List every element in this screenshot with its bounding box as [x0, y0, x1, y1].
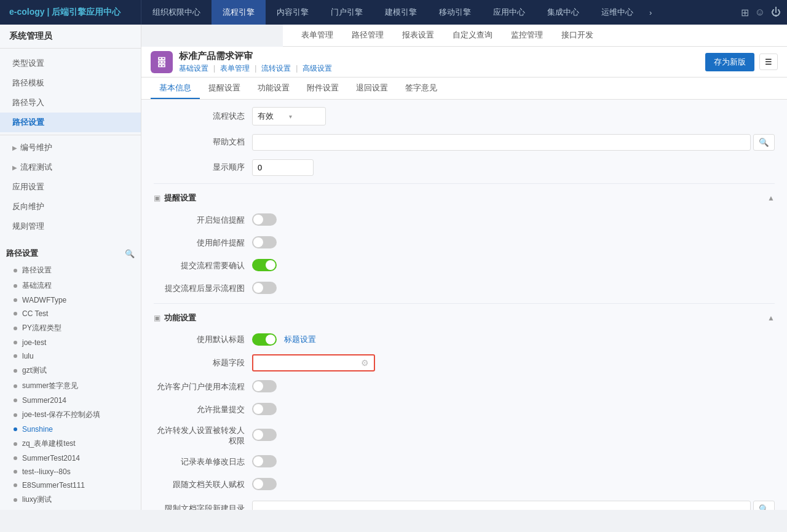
inner-tab-return[interactable]: 退回设置: [347, 77, 397, 99]
tree-node-summertest[interactable]: SummerTest2014: [0, 451, 141, 465]
sidebar-item-pathsetting[interactable]: 路径设置: [0, 113, 141, 132]
tree-node-liuxy[interactable]: liuxy测试: [0, 492, 141, 507]
breadcrumb-transfer[interactable]: 流转设置: [261, 63, 291, 74]
collapse-feature-icon[interactable]: ▲: [767, 314, 775, 322]
top-nav-more[interactable]: ›: [644, 0, 657, 25]
sidebar-item-template[interactable]: 路径模板: [0, 73, 141, 93]
sidebar: 系统管理员 类型设置 路径模板 路径导入 路径设置 ▶编号维护 ▶流程测试 应用…: [0, 25, 141, 510]
top-right-icons: ⊞ ☺ ⏻: [741, 7, 787, 18]
top-nav-flow[interactable]: 流程引擎: [212, 0, 266, 25]
top-nav-content[interactable]: 内容引擎: [266, 0, 320, 25]
inner-tab-basic[interactable]: 基本信息: [151, 77, 200, 99]
tree-node-root[interactable]: 路径设置: [0, 263, 141, 278]
toggle-log[interactable]: [252, 455, 277, 467]
tree-node-test-liuxy[interactable]: test--liuxy--80s: [0, 465, 141, 478]
breadcrumb-form[interactable]: 表单管理: [220, 63, 250, 74]
tree-node-summer-sign[interactable]: summer签字意见: [0, 378, 141, 394]
sidebar-item-import[interactable]: 路径导入: [0, 93, 141, 113]
form-row-email: 使用邮件提醒: [154, 235, 775, 252]
label-showflow: 提交流程后显示流程图: [154, 283, 252, 294]
label-log: 记录表单修改日志: [154, 456, 252, 467]
top-nav-integration[interactable]: 集成中心: [536, 0, 590, 25]
sidebar-item-reverse[interactable]: 反向维护: [0, 197, 141, 216]
collapse-reminder-icon[interactable]: ▲: [767, 194, 775, 202]
tree-node-joe-save[interactable]: joe-test-保存不控制必填: [0, 407, 141, 423]
tree-node-summer2014[interactable]: Summer2014: [0, 394, 141, 407]
toggle-confirm[interactable]: [252, 259, 277, 271]
toggle-transfer-perm[interactable]: [252, 429, 277, 441]
tree-node-joe[interactable]: joe-test: [0, 336, 141, 349]
tree-search-icon[interactable]: 🔍: [125, 249, 135, 258]
second-nav: 表单管理 路径管理 报表设置 自定义查询 监控管理 接口开发: [283, 25, 787, 47]
content-title: 标准产品需求评审: [179, 50, 705, 62]
top-nav-model[interactable]: 建模引擎: [374, 0, 428, 25]
select-status[interactable]: 有效 ▾: [252, 107, 326, 125]
second-nav-path[interactable]: 路径管理: [342, 25, 393, 46]
top-nav-appcenter[interactable]: 应用中心: [482, 0, 536, 25]
inner-tab-reminder[interactable]: 提醒设置: [200, 77, 249, 99]
tree-node-e8summer[interactable]: E8SummerTest111: [0, 478, 141, 492]
save-new-version-button[interactable]: 存为新版: [705, 53, 754, 71]
form-row-showflow: 提交流程后显示流程图: [154, 280, 775, 297]
section-header-reminder[interactable]: ▣ 提醒设置 ▲: [154, 189, 775, 207]
content-title-block: 标准产品需求评审 基础设置 | 表单管理 | 流转设置 | 高级设置: [179, 50, 705, 74]
toggle-sms[interactable]: [252, 213, 277, 226]
limit-dir-search-button[interactable]: 🔍: [753, 501, 775, 510]
second-nav-monitor[interactable]: 监控管理: [502, 25, 552, 46]
sidebar-item-appsetting[interactable]: 应用设置: [0, 177, 141, 197]
breadcrumb-basic[interactable]: 基础设置: [179, 63, 208, 74]
second-nav-interface[interactable]: 接口开发: [552, 25, 603, 46]
sidebar-item-codemanage[interactable]: ▶编号维护: [0, 138, 141, 157]
tree-node-lulu[interactable]: lulu: [0, 349, 141, 363]
tree-node-cctest[interactable]: CC Test: [0, 307, 141, 320]
inner-tab-signature[interactable]: 签字意见: [397, 77, 446, 99]
svg-point-0: [161, 57, 163, 59]
second-nav-form[interactable]: 表单管理: [292, 25, 342, 46]
user-icon[interactable]: ☺: [755, 7, 765, 18]
toggle-email[interactable]: [252, 236, 277, 248]
sidebar-item-type[interactable]: 类型设置: [0, 54, 141, 73]
sidebar-item-flowtest[interactable]: ▶流程测试: [0, 157, 141, 177]
limit-dir-input[interactable]: [252, 501, 751, 510]
title-setting-link[interactable]: 标题设置: [284, 334, 316, 345]
help-input[interactable]: [252, 134, 751, 151]
breadcrumb-advanced[interactable]: 高级设置: [303, 63, 332, 74]
grid-icon[interactable]: ⊞: [741, 7, 749, 18]
power-icon[interactable]: ⏻: [771, 7, 781, 18]
tree-node-py[interactable]: PY流程类型: [0, 320, 141, 336]
tree-node-basic[interactable]: 基础流程: [0, 278, 141, 293]
top-nav-portal[interactable]: 门户引擎: [320, 0, 374, 25]
top-nav-ops[interactable]: 运维中心: [590, 0, 644, 25]
label-order: 显示顺序: [154, 162, 252, 173]
label-default-title: 使用默认标题: [154, 334, 252, 345]
toggle-batch-submit[interactable]: [252, 403, 277, 415]
toggle-follow-auth[interactable]: [252, 478, 277, 490]
svg-point-1: [161, 61, 163, 63]
gear-icon[interactable]: ⚙: [361, 358, 369, 368]
inner-tab-feature[interactable]: 功能设置: [249, 77, 298, 99]
highlighted-title-field[interactable]: ⚙: [252, 354, 375, 371]
control-portal-allow: [252, 380, 775, 394]
tree-node-zq[interactable]: zq_表单建模test: [0, 436, 141, 451]
tree-node-sw[interactable]: sw: [0, 507, 141, 510]
label-transfer-perm: 允许转发人设置被转发人权限: [154, 426, 252, 447]
inner-tab-attachment[interactable]: 附件设置: [298, 77, 347, 99]
list-view-button[interactable]: ☰: [759, 54, 778, 70]
second-nav-report[interactable]: 报表设置: [393, 25, 443, 46]
control-showflow: [252, 282, 775, 296]
toggle-showflow[interactable]: [252, 282, 277, 294]
toggle-default-title[interactable]: [252, 333, 277, 346]
help-search-button[interactable]: 🔍: [753, 134, 775, 151]
order-input[interactable]: [252, 159, 314, 176]
toggle-portal-allow[interactable]: [252, 380, 277, 392]
top-nav-org[interactable]: 组织权限中心: [141, 0, 212, 25]
second-nav-query[interactable]: 自定义查询: [443, 25, 502, 46]
form-row-batch-submit: 允许批量提交: [154, 402, 775, 418]
tree-node-sunshine[interactable]: Sunshine: [0, 423, 141, 436]
control-sms: [252, 213, 775, 228]
tree-node-gzt[interactable]: gzt测试: [0, 363, 141, 378]
top-nav-mobile[interactable]: 移动引擎: [428, 0, 482, 25]
section-header-feature[interactable]: ▣ 功能设置 ▲: [154, 309, 775, 327]
tree-node-wadwf[interactable]: WADWFType: [0, 293, 141, 307]
sidebar-item-rules[interactable]: 规则管理: [0, 216, 141, 236]
